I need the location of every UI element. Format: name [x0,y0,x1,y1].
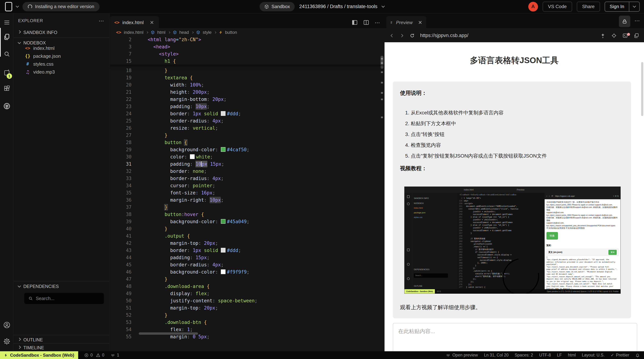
sticky-scroll[interactable]: 2<html lang="zh-CN">3 <head>7 <style>15 … [110,36,384,65]
code-line-26[interactable]: 26 resize: vertical; [110,125,384,132]
eol-item[interactable]: LF [557,353,562,357]
code-line-7[interactable]: 7 <style> [110,50,384,58]
github-icon[interactable] [0,100,14,112]
url-field[interactable]: https://sjppvn.csb.app/ [420,33,595,38]
code-line-50[interactable]: 50 justify-content: space-between; [110,297,384,304]
search-icon[interactable] [0,48,14,60]
code-line-41[interactable]: 41 .output { [110,232,384,240]
layout-item[interactable]: Layout: U.S. [582,353,605,357]
chevron-down-icon[interactable] [16,4,19,8]
code-line-52[interactable]: 52 } [110,311,384,319]
code-line-33[interactable]: 33 border-radius: 4px; [110,175,384,182]
code-line-49[interactable]: 49 display: flex; [110,290,384,297]
tutorial-video[interactable]: index.html Preview SANDBOX INFO NODEBOX … [404,187,621,294]
tab-index-html[interactable]: <> index.html ✕ [110,16,159,29]
breadcrumb-item[interactable]: index.html [124,30,144,35]
lock-icon[interactable] [619,16,630,27]
code-line-20[interactable]: 20 width: 100%; [110,81,384,89]
sandbox-pill[interactable]: Sandbox [260,2,295,11]
indentation-item[interactable]: Spaces: 2 [514,353,533,357]
encoding-item[interactable]: UTF-8 [539,353,551,357]
outline-section[interactable]: OUTLINE [14,336,109,343]
dependencies-section[interactable]: DEPENDENCIES [14,282,109,290]
timeline-section[interactable]: TIMELINE [14,344,109,351]
breadcrumb-item[interactable]: html [157,30,165,35]
sparkle-icon[interactable] [600,33,606,38]
code-line-3[interactable]: 3 <head> [110,43,384,50]
paste-textarea[interactable] [393,323,637,351]
code-line-43[interactable]: 43 border: 1px solid #ddd; [110,247,384,254]
preview-more-icon[interactable]: ⋯ [634,18,640,24]
code-line-15[interactable]: 15 h1 { [110,58,384,65]
code-line-45[interactable]: 45 border-radius: 4px; [110,261,384,268]
code-line-19[interactable]: 19 textarea { [110,74,384,81]
notifications-item[interactable] [636,353,640,357]
code-line-21[interactable]: 21 height: 200px; [110,89,384,96]
project-breadcrumb[interactable]: 2411363896 / Drafts / translate-tools [299,4,377,9]
ports-item[interactable]: 1 [110,353,119,357]
code-line-48[interactable]: 48 .download-area { [110,283,384,290]
vscode-button[interactable]: VS Code [543,2,572,12]
code-line-22[interactable]: 22 margin-bottom: 20px; [110,96,384,103]
inspect-crosshair-icon[interactable] [611,33,617,38]
open-in-new-icon[interactable] [634,33,639,38]
file-item-styles.css[interactable]: #styles.css [14,60,109,68]
reload-icon[interactable] [410,33,415,38]
sandbox-info-section[interactable]: SANDBOX INFO [14,28,109,37]
account-icon[interactable] [0,319,14,331]
code-line-46[interactable]: 46 background-color: #f9f9f9; [110,268,384,275]
open-preview-item[interactable]: Open preview [446,353,478,357]
code-line-44[interactable]: 44 padding: 15px; [110,254,384,261]
dependencies-search[interactable]: Search... [24,293,104,304]
explorer-icon[interactable] [0,31,14,43]
breadcrumb-item[interactable]: button [225,30,237,35]
settings-gear-icon[interactable] [0,335,14,348]
code-line-2[interactable]: 2<html lang="zh-CN"> [110,36,384,43]
code-line-51[interactable]: 51 margin-top: 20px; [110,304,384,311]
status-badge[interactable]: CodeSandbox - Sandbox (Web) [0,351,78,359]
code-line-42[interactable]: 42 margin-top: 20px; [110,240,384,247]
code-line-25[interactable]: 25 border-radius: 4px; [110,117,384,125]
editor-horizontal-scrollbar[interactable] [139,332,198,335]
split-editor-icon[interactable] [363,20,369,26]
code-line-32[interactable]: 32 border: none; [110,168,384,175]
code-line-27[interactable]: 27 } [110,132,384,139]
language-item[interactable]: html [568,353,576,357]
code-line-30[interactable]: 30 color: white; [110,153,384,160]
cursor-position[interactable]: Ln 31, Col 20 [484,353,508,357]
file-item-package.json[interactable]: {}package.json [14,52,109,60]
formatter-item[interactable]: ✓ Prettier [611,353,629,357]
code-line-31[interactable]: 31 padding: 10px 15px; [110,160,384,168]
explorer-more-icon[interactable]: ⋯ [99,18,109,24]
breadcrumb-item[interactable]: style [203,30,212,35]
problems-errors[interactable]: 0 [84,353,93,357]
editor-more-icon[interactable]: ⋯ [375,20,380,26]
code-line-35[interactable]: 35 font-size: 16px; [110,189,384,196]
code-line-28[interactable]: 28 button { [110,139,384,146]
avatar[interactable]: A [528,2,538,12]
code-line-47[interactable]: 47 } [110,275,384,283]
code-line-18[interactable]: 18 } [110,67,384,74]
code-line-54[interactable]: 54 flex: 1; [110,326,384,333]
forward-icon[interactable] [400,33,404,38]
code-line-36[interactable]: 36 margin-right: 10px; [110,196,384,204]
signin-button[interactable]: Sign In [605,2,640,12]
menu-icon[interactable] [0,16,14,29]
code-line-38[interactable]: 38 button:hover { [110,211,384,218]
back-icon[interactable] [390,33,394,38]
share-button[interactable]: Share [577,2,600,12]
code-line-39[interactable]: 39 background-color: #45a049; [110,218,384,225]
chevron-down-icon[interactable] [382,4,385,8]
code-editor[interactable]: 2<html lang="zh-CN">3 <head>7 <style>15 … [110,36,384,351]
tab-preview[interactable]: Preview ✕ [386,16,426,29]
code-line-24[interactable]: 24 border: 1px solid #ddd; [110,110,384,117]
problems-warnings[interactable]: 0 [96,353,104,357]
code-line-34[interactable]: 34 cursor: pointer; [110,182,384,189]
close-icon[interactable]: ✕ [418,20,422,26]
console-icon[interactable] [622,33,628,38]
close-icon[interactable]: ✕ [150,20,154,26]
preview-scrollbar[interactable] [641,62,643,116]
signin-dropdown[interactable] [629,2,639,11]
code-line-40[interactable]: 40 } [110,225,384,232]
file-item-video.mp3[interactable]: ♫video.mp3 [14,68,109,76]
